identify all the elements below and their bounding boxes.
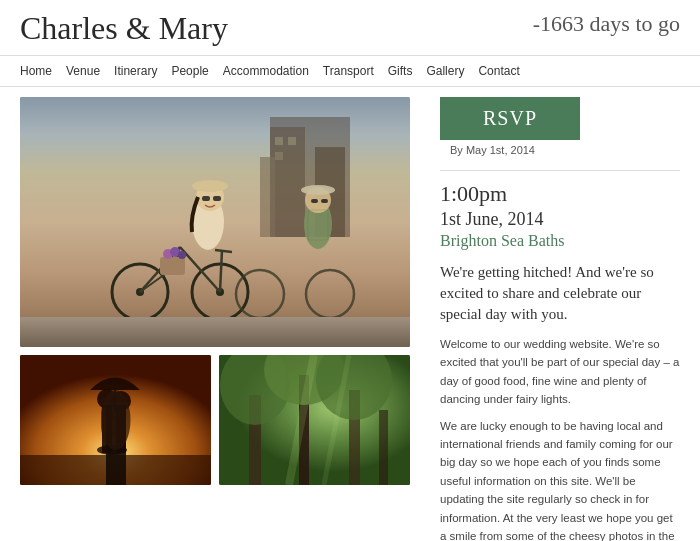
- svg-rect-30: [311, 199, 318, 203]
- svg-rect-38: [116, 407, 126, 453]
- svg-point-25: [236, 270, 284, 318]
- main-content: RSVP By May 1st, 2014 1:00pm 1st June, 2…: [0, 87, 700, 541]
- svg-rect-19: [202, 196, 210, 201]
- event-date: 1st June, 2014: [440, 209, 680, 230]
- page-header: Charles & Mary -1663 days to go: [0, 0, 700, 55]
- svg-rect-34: [20, 455, 211, 485]
- navigation: Home Venue Itinerary People Accommodatio…: [0, 55, 700, 87]
- nav-itinerary[interactable]: Itinerary: [114, 64, 157, 78]
- svg-rect-36: [102, 405, 112, 453]
- small-photos-row: [20, 355, 420, 485]
- nav-contact[interactable]: Contact: [478, 64, 519, 78]
- countdown-text: -1663 days to go: [533, 10, 680, 39]
- headline-text: We're getting hitched! And we're so exci…: [440, 262, 680, 325]
- couple-bikes-svg: [60, 142, 360, 322]
- svg-rect-45: [379, 410, 388, 485]
- rsvp-button[interactable]: RSVP: [440, 97, 580, 140]
- event-time: 1:00pm: [440, 181, 680, 207]
- content-column: RSVP By May 1st, 2014 1:00pm 1st June, 2…: [440, 97, 680, 541]
- svg-line-11: [180, 247, 220, 292]
- svg-point-26: [306, 270, 354, 318]
- svg-point-18: [192, 180, 228, 192]
- svg-rect-21: [160, 257, 185, 275]
- svg-point-24: [178, 251, 186, 259]
- svg-point-37: [97, 389, 117, 409]
- svg-rect-20: [213, 196, 221, 201]
- tree-svg: [219, 355, 410, 485]
- small-photo-forest: [219, 355, 410, 485]
- nav-people[interactable]: People: [171, 64, 208, 78]
- svg-point-29: [301, 185, 335, 195]
- backlit-svg: [20, 355, 211, 485]
- nav-gifts[interactable]: Gifts: [388, 64, 413, 78]
- svg-rect-31: [321, 199, 328, 203]
- nav-transport[interactable]: Transport: [323, 64, 374, 78]
- nav-accommodation[interactable]: Accommodation: [223, 64, 309, 78]
- rsvp-section: RSVP By May 1st, 2014: [440, 97, 680, 156]
- body-paragraph-2: We are lucky enough to be having local a…: [440, 417, 680, 541]
- title-part2: Mary: [159, 10, 228, 46]
- site-title: Charles & Mary: [20, 10, 228, 47]
- nav-venue[interactable]: Venue: [66, 64, 100, 78]
- event-venue: Brighton Sea Baths: [440, 232, 680, 250]
- svg-line-14: [220, 250, 222, 292]
- body-paragraph-1: Welcome to our wedding website. We're so…: [440, 335, 680, 409]
- nav-home[interactable]: Home: [20, 64, 52, 78]
- svg-point-35: [97, 445, 127, 455]
- nav-gallery[interactable]: Gallery: [426, 64, 464, 78]
- svg-line-15: [215, 250, 232, 252]
- svg-point-39: [111, 391, 131, 411]
- small-photo-couple: [20, 355, 211, 485]
- main-photo: [20, 97, 410, 347]
- rsvp-deadline: By May 1st, 2014: [450, 144, 535, 156]
- title-part1: Charles: [20, 10, 118, 46]
- photo-column: [20, 97, 420, 541]
- divider: [440, 170, 680, 171]
